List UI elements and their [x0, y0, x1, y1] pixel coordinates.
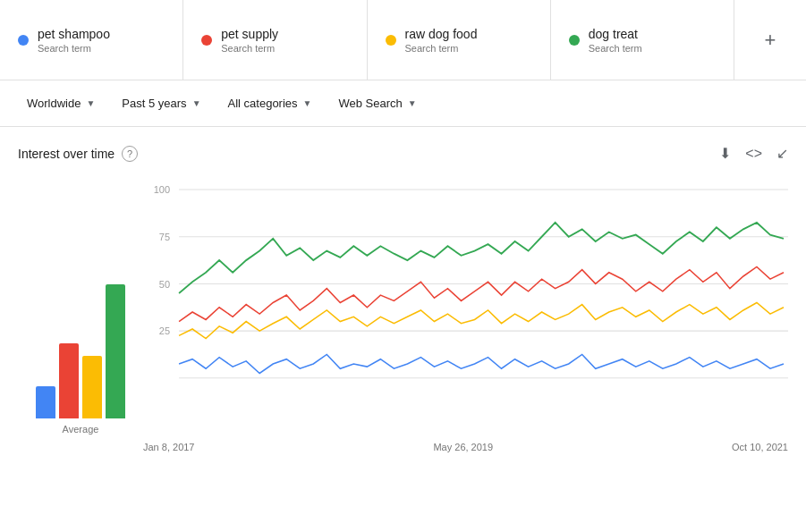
- search-term-pet-shampoo[interactable]: pet shampoo Search term: [0, 0, 183, 80]
- share-icon[interactable]: ↙: [776, 145, 788, 162]
- line-dog-treat: [179, 223, 784, 293]
- x-label-1: May 26, 2019: [433, 442, 493, 452]
- embed-icon[interactable]: <>: [745, 146, 762, 162]
- svg-text:25: 25: [159, 325, 170, 336]
- bar-dog-treat: [106, 284, 125, 418]
- term-label-1: Search term: [221, 43, 278, 54]
- line-pet-supply: [179, 266, 784, 321]
- x-axis-labels: Jan 8, 2017 May 26, 2019 Oct 10, 2021: [143, 442, 788, 452]
- main-content: Interest over time ? ⬇ <> ↙ Average: [0, 127, 806, 466]
- term-text-2: raw dog food Search term: [405, 27, 478, 54]
- chevron-down-icon-4: ▼: [408, 98, 417, 108]
- search-terms-header: pet shampoo Search term pet supply Searc…: [0, 0, 806, 80]
- filter-time-label: Past 5 years: [122, 97, 186, 110]
- avg-bar-chart: Average: [18, 171, 143, 457]
- bar-chart-bars: [36, 240, 125, 418]
- bar-pet-supply: [59, 343, 79, 418]
- x-label-2: Oct 10, 2021: [732, 442, 788, 452]
- line-chart-area: 100 75 50 25 Jan 8, 2017 May 26, 2019 Oc…: [143, 171, 788, 457]
- action-icons: ⬇ <> ↙: [719, 145, 788, 162]
- chevron-down-icon-2: ▼: [192, 98, 201, 108]
- svg-text:75: 75: [159, 232, 170, 242]
- term-label-2: Search term: [405, 43, 478, 54]
- bar-pet-shampoo: [36, 386, 55, 418]
- avg-label: Average: [63, 424, 99, 435]
- term-name-1: pet supply: [221, 27, 278, 41]
- term-dot-3: [569, 35, 580, 46]
- line-pet-shampoo: [179, 354, 784, 373]
- chevron-down-icon: ▼: [86, 98, 95, 108]
- filter-time[interactable]: Past 5 years ▼: [113, 91, 209, 115]
- term-dot-0: [18, 35, 29, 46]
- term-name-3: dog treat: [589, 27, 642, 41]
- filters-bar: Worldwide ▼ Past 5 years ▼ All categorie…: [0, 80, 806, 127]
- filter-location[interactable]: Worldwide ▼: [18, 91, 104, 115]
- search-term-raw-dog-food[interactable]: raw dog food Search term: [368, 0, 551, 80]
- search-term-dog-treat[interactable]: dog treat Search term: [551, 0, 734, 80]
- section-title-group: Interest over time ?: [18, 146, 138, 162]
- add-term-button[interactable]: +: [734, 0, 806, 80]
- x-label-0: Jan 8, 2017: [143, 442, 195, 452]
- section-header: Interest over time ? ⬇ <> ↙: [18, 145, 788, 162]
- term-label-3: Search term: [589, 43, 642, 54]
- filter-category[interactable]: All categories ▼: [219, 91, 321, 115]
- term-name-2: raw dog food: [405, 27, 478, 41]
- bar-raw-dog-food: [82, 356, 102, 418]
- term-label-0: Search term: [38, 43, 110, 54]
- line-raw-dog-food: [179, 303, 784, 339]
- help-icon[interactable]: ?: [122, 146, 138, 162]
- filter-search-type-label: Web Search: [338, 97, 402, 110]
- chevron-down-icon-3: ▼: [303, 98, 312, 108]
- term-dot-1: [201, 35, 212, 46]
- plus-icon: +: [765, 29, 776, 52]
- filter-category-label: All categories: [228, 97, 298, 110]
- svg-text:100: 100: [154, 184, 170, 195]
- term-name-0: pet shampoo: [38, 27, 110, 41]
- term-text-0: pet shampoo Search term: [38, 27, 110, 54]
- download-icon[interactable]: ⬇: [719, 145, 731, 162]
- filter-location-label: Worldwide: [27, 97, 81, 110]
- filter-search-type[interactable]: Web Search ▼: [329, 91, 425, 115]
- section-title: Interest over time: [18, 147, 115, 161]
- term-text-1: pet supply Search term: [221, 27, 278, 54]
- search-term-pet-supply[interactable]: pet supply Search term: [183, 0, 367, 80]
- line-chart-svg: 100 75 50 25: [143, 171, 788, 435]
- term-text-3: dog treat Search term: [589, 27, 642, 54]
- term-dot-2: [386, 35, 396, 46]
- svg-text:50: 50: [159, 278, 170, 289]
- chart-container: Average 100 75 50 25: [18, 171, 788, 457]
